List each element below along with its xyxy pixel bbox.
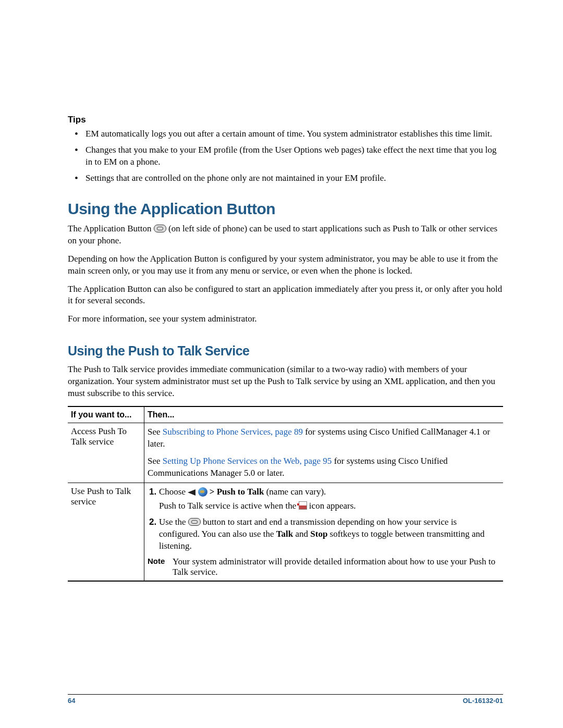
text: icon appears. bbox=[309, 501, 356, 511]
text: (name can vary). bbox=[264, 487, 326, 497]
text: Choose bbox=[159, 487, 188, 497]
paragraph: The Application Button can also be confi… bbox=[68, 283, 503, 307]
left-arrow-icon bbox=[188, 489, 195, 496]
document-id: OL-16132-01 bbox=[463, 697, 503, 705]
instruction-table: If you want to... Then... Access Push To… bbox=[68, 406, 503, 581]
step-2: Use the button to start and end a transm… bbox=[159, 516, 498, 552]
cell-then: Choose > Push to Talk (name can vary). P… bbox=[144, 483, 504, 581]
tips-heading: Tips bbox=[68, 115, 503, 125]
text: Use the bbox=[159, 517, 188, 527]
table-row: Access Push To Talk service See Subscrib… bbox=[68, 423, 503, 483]
tip-item: Settings that are controlled on the phon… bbox=[82, 172, 503, 184]
text: See bbox=[148, 427, 163, 437]
text: > bbox=[210, 487, 217, 497]
application-button-icon bbox=[188, 518, 201, 526]
page-footer: 64 OL-16132-01 bbox=[68, 694, 503, 705]
table-row: Use Push to Talk service Choose > Push t… bbox=[68, 483, 503, 581]
tip-item: EM automatically logs you out after a ce… bbox=[82, 128, 503, 140]
tips-list: EM automatically logs you out after a ce… bbox=[68, 128, 503, 184]
paragraph: Depending on how the Application Button … bbox=[68, 253, 503, 277]
link-setting-up-phone-services[interactable]: Setting Up Phone Services on the Web, pa… bbox=[163, 456, 332, 466]
push-to-talk-icon bbox=[299, 501, 307, 510]
text: Stop bbox=[310, 529, 327, 539]
cell-if: Access Push To Talk service bbox=[68, 423, 144, 483]
text: Talk bbox=[276, 529, 293, 539]
tip-item: Changes that you make to your EM profile… bbox=[82, 144, 503, 168]
text: Push to Talk service is active when the bbox=[159, 501, 299, 511]
application-button-icon bbox=[154, 225, 166, 232]
heading-application-button: Using the Application Button bbox=[68, 200, 503, 218]
link-subscribing-phone-services[interactable]: Subscribing to Phone Services, page 89 bbox=[163, 427, 303, 437]
note: Note Your system administrator will prov… bbox=[148, 557, 498, 577]
paragraph: The Application Button (on left side of … bbox=[68, 223, 503, 247]
cell-then: See Subscribing to Phone Services, page … bbox=[144, 423, 504, 483]
heading-push-to-talk: Using the Push to Talk Service bbox=[68, 343, 503, 359]
cell-if: Use Push to Talk service bbox=[68, 483, 144, 581]
globe-icon bbox=[198, 487, 207, 497]
text: The Application Button bbox=[68, 224, 154, 233]
page-number: 64 bbox=[68, 697, 75, 705]
column-header-then: Then... bbox=[144, 406, 504, 423]
column-header-if: If you want to... bbox=[68, 406, 144, 423]
step-1: Choose > Push to Talk (name can vary). P… bbox=[159, 486, 498, 512]
note-label: Note bbox=[148, 557, 173, 577]
text: See bbox=[148, 456, 163, 466]
text: Push to Talk bbox=[217, 487, 264, 497]
paragraph: The Push to Talk service provides immedi… bbox=[68, 364, 503, 400]
text: and bbox=[293, 529, 310, 539]
paragraph: For more information, see your system ad… bbox=[68, 313, 503, 325]
note-text: Your system administrator will provide d… bbox=[173, 557, 498, 577]
